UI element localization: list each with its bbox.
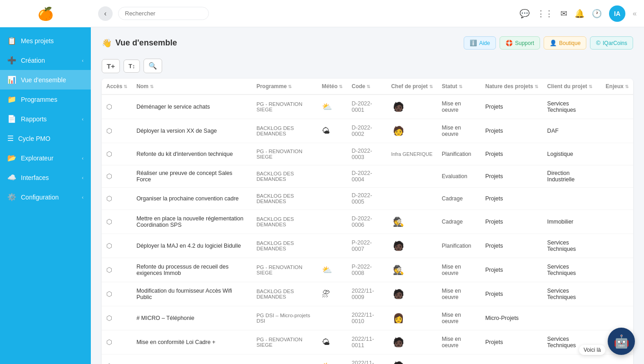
sort-button[interactable]: T↕ <box>124 60 140 73</box>
access-icon[interactable]: ⬡ <box>106 266 112 274</box>
table-toolbar: T+ T↕ 🔍 <box>102 59 633 73</box>
access-icon[interactable]: ⬡ <box>106 290 112 298</box>
access-icon[interactable]: ⬡ <box>106 194 112 202</box>
col-header-chef[interactable]: Chef de projet⇅ <box>386 79 437 95</box>
access-icon[interactable]: ⬡ <box>106 218 112 225</box>
nom-cell: ... <box>132 354 252 364</box>
search-input[interactable] <box>118 7 209 20</box>
search-table-button[interactable]: 🔍 <box>144 59 162 73</box>
chef-avatar: 🧑🏿 <box>391 239 406 253</box>
sidebar-item-explorateur[interactable]: 📂 Explorateur ‹ <box>0 148 91 168</box>
access-icon[interactable]: ⬡ <box>106 362 112 364</box>
col-header-programme[interactable]: Programme⇅ <box>252 79 317 95</box>
status-text: Mise en oeuvre <box>442 100 461 113</box>
chef-cell: 🧑 <box>386 119 437 143</box>
nom-cell: Déménager le service achats <box>132 95 252 119</box>
access-icon[interactable]: ⬡ <box>106 338 112 346</box>
programme-cell: PG - RENOVATION SIEGE <box>252 258 317 282</box>
col-header-nature[interactable]: Nature des projets⇅ <box>481 79 542 95</box>
sidebar-item-configuration[interactable]: ⚙️ Configuration ‹ <box>0 187 91 207</box>
chat-icon[interactable]: 💬 <box>520 9 530 19</box>
sidebar-item-rapports[interactable]: 📄 Rapports ‹ <box>0 109 91 129</box>
col-header-statut[interactable]: Statut⇅ <box>437 79 481 95</box>
mail-icon[interactable]: ✉ <box>560 9 567 19</box>
access-cell: ⬡ <box>102 234 132 258</box>
statut-cell: Mise en oeuvre <box>437 306 481 330</box>
programme-cell: BACKLOG DES DEMANDES <box>252 210 317 234</box>
sidebar-item-vue-ensemble[interactable]: 📊 Vue d'ensemble <box>0 70 91 90</box>
sidebar-item-creation[interactable]: ➕ Création ‹ <box>0 50 91 70</box>
client-cell: Services Techniques <box>543 95 601 119</box>
access-cell: ⬡ <box>102 258 132 282</box>
bell-icon[interactable]: 🔔 <box>575 9 585 19</box>
programme-cell: BACKLOG DES DEMANDES <box>252 282 317 306</box>
enjeux-cell <box>601 306 633 330</box>
col-header-acces[interactable]: Accès⇅ <box>102 79 132 95</box>
access-cell: ⬡ <box>102 95 132 119</box>
col-header-client[interactable]: Client du projet⇅ <box>543 79 601 95</box>
sidebar-item-programmes[interactable]: 📁 Programmes <box>0 90 91 109</box>
access-icon[interactable]: ⬡ <box>106 172 112 180</box>
page-title: 👋 Vue d'ensemble <box>102 38 177 48</box>
col-header-meteo[interactable]: Météo⇅ <box>317 79 347 95</box>
header-btn-boutique[interactable]: 👤Boutique <box>544 36 586 50</box>
nom-cell: Modification du fournisseur Accès Wifi P… <box>132 282 252 306</box>
enjeux-cell <box>601 210 633 234</box>
access-cell: ⬡ <box>102 330 132 354</box>
table-row: ⬡ Déménager le service achats PG - RENOV… <box>102 95 633 119</box>
add-filter-button[interactable]: T+ <box>102 59 120 73</box>
chef-cell: 🕵️ <box>386 210 437 234</box>
statut-cell: Mise en oeuvre <box>437 258 481 282</box>
nature-cell: Projets <box>481 95 542 119</box>
chef-avatar: 🧑🏿 <box>391 287 406 301</box>
chef-cell: Infra GENERIQUE <box>386 143 437 165</box>
chatbot-button[interactable]: 🤖 <box>608 328 635 355</box>
page-content: 👋 Vue d'ensemble ℹ️Aide🛟Support👤Boutique… <box>91 27 644 364</box>
clock-icon[interactable]: 🕐 <box>592 9 602 19</box>
collapse-button[interactable]: « <box>633 10 637 18</box>
access-icon[interactable]: ⬡ <box>106 103 112 110</box>
chef-avatar: 🧑🏿 <box>391 100 406 114</box>
statut-cell: Mise en oeuvre <box>437 282 481 306</box>
sidebar-item-cycle-pmo[interactable]: ☰ Cycle PMO <box>0 129 91 148</box>
chevron-icon-rapports: ‹ <box>82 116 84 122</box>
client-cell: Services Techniques <box>543 258 601 282</box>
programme-cell: PG - RENOVATION SIEGE <box>252 330 317 354</box>
access-icon[interactable]: ⬡ <box>106 127 112 135</box>
chef-avatar: 🧑🏿 <box>391 359 406 364</box>
access-icon[interactable]: ⬡ <box>106 314 112 322</box>
access-icon[interactable]: ⬡ <box>106 150 112 158</box>
header-btn-icon-iqarcoins: © <box>596 40 600 46</box>
title-text: Vue d'ensemble <box>115 38 177 48</box>
title-emoji: 👋 <box>102 38 112 48</box>
sidebar-item-interfaces[interactable]: ☁️ Interfaces ‹ <box>0 168 91 187</box>
meteo-cell <box>317 306 347 330</box>
chef-name: Infra GENERIQUE <box>391 151 432 157</box>
col-header-enjeux[interactable]: Enjeux⇅ <box>601 79 633 95</box>
sidebar-icon-mes-projets: 📋 <box>7 36 16 45</box>
chevron-icon-explorateur: ‹ <box>82 155 84 161</box>
client-cell <box>543 354 601 364</box>
chef-avatar: 🧑🏿 <box>391 335 406 349</box>
grid-icon[interactable]: ⋮⋮ <box>537 9 553 19</box>
code-cell: P-2022-0008 <box>347 258 386 282</box>
nature-cell: Projets <box>481 188 542 210</box>
sidebar-icon-configuration: ⚙️ <box>7 193 16 201</box>
sort-icon-programme: ⇅ <box>288 84 292 89</box>
sidebar-item-mes-projets[interactable]: 📋 Mes projets <box>0 31 91 50</box>
sidebar-icon-rapports: 📄 <box>7 115 16 123</box>
user-avatar[interactable]: IA <box>609 5 625 22</box>
header-btn-iqarcoins[interactable]: ©IQarCoins <box>590 36 633 50</box>
col-header-code[interactable]: Code⇅ <box>347 79 386 95</box>
header-btn-aide[interactable]: ℹ️Aide <box>464 36 496 50</box>
col-header-nom[interactable]: Nom⇅ <box>132 79 252 95</box>
weather-icon: ⛅ <box>322 362 332 364</box>
header-btn-support[interactable]: 🛟Support <box>500 36 540 50</box>
sidebar-label-creation: Création <box>21 57 45 64</box>
access-icon[interactable]: ⬡ <box>106 242 112 249</box>
enjeux-cell <box>601 95 633 119</box>
back-button[interactable]: ‹ <box>98 6 113 21</box>
table-row: ⬡ Réaliser une preuve de concept Sales F… <box>102 165 633 188</box>
client-cell: Services Techniques <box>543 234 601 258</box>
chef-cell: 🧑🏿 <box>386 330 437 354</box>
